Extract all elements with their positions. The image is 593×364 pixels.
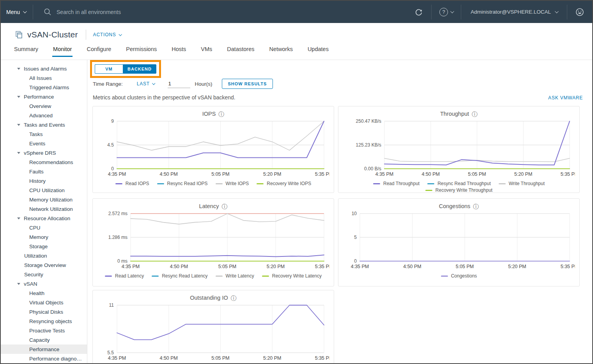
svg-text:5:20 PM: 5:20 PM: [514, 171, 533, 177]
hours-input[interactable]: [168, 80, 190, 88]
tab-monitor[interactable]: Monitor: [52, 44, 73, 57]
legend-item-read-iops[interactable]: Read IOPS: [115, 181, 149, 186]
sidebar-item-faults[interactable]: Faults: [1, 167, 87, 176]
svg-text:5: 5: [354, 235, 357, 240]
sidebar-item-label: vSAN: [24, 281, 37, 287]
sidebar-item-issues-and-alarms[interactable]: Issues and Alarms: [1, 64, 87, 73]
sidebar-item-all-issues[interactable]: All Issues: [1, 73, 87, 83]
legend-label: Resync Read IOPS: [167, 181, 208, 186]
tab-hosts[interactable]: Hosts: [171, 44, 187, 57]
sidebar-item-virtual-objects[interactable]: Virtual Objects: [1, 298, 87, 307]
time-range-last-dropdown[interactable]: LAST: [137, 81, 154, 87]
sidebar-item-vsan[interactable]: vSAN: [1, 279, 87, 288]
sidebar-item-resource-allocation[interactable]: Resource Allocation: [1, 214, 87, 223]
feedback-button[interactable]: [567, 7, 592, 17]
sidebar-item-security[interactable]: Security: [1, 270, 87, 279]
vm-toggle-button[interactable]: VM: [95, 64, 123, 74]
sidebar-item-utilization[interactable]: Utilization: [1, 251, 87, 260]
legend-item-read-latency[interactable]: Read Latency: [105, 273, 144, 279]
caret-down-icon[interactable]: [17, 124, 20, 126]
sidebar-item-cpu[interactable]: CPU: [1, 223, 87, 232]
caret-down-icon[interactable]: [17, 283, 20, 285]
sidebar-item-health[interactable]: Health: [1, 288, 87, 298]
page-title: vSAN-Cluster: [27, 30, 78, 39]
sidebar-item-tasks-and-events[interactable]: Tasks and Events: [1, 120, 87, 129]
caret-down-icon[interactable]: [17, 68, 20, 70]
legend-item-resync-read-iops[interactable]: Resync Read IOPS: [157, 181, 208, 186]
legend-swatch: [425, 190, 432, 191]
sidebar-item-recommendations[interactable]: Recommendations: [1, 157, 87, 167]
legend-item-read-throughput[interactable]: Read Throughput: [373, 181, 420, 186]
search-input[interactable]: [57, 9, 181, 15]
sidebar-item-label: Performance: [24, 94, 54, 100]
svg-text:0: 0: [111, 166, 114, 171]
sidebar-item-label: Tasks and Events: [24, 122, 65, 128]
sidebar-item-network-utilization[interactable]: Network Utilization: [1, 204, 87, 214]
legend-item-write-latency[interactable]: Write Latency: [216, 273, 254, 279]
sidebar-item-performance[interactable]: Performance: [1, 345, 87, 354]
info-icon[interactable]: ⓘ: [472, 111, 478, 117]
caret-down-icon[interactable]: [17, 152, 20, 154]
chart-legend: Read IOPSResync Read IOPSWrite IOPSRecov…: [96, 181, 330, 186]
legend-item-write-throughput[interactable]: Write Throughput: [499, 181, 545, 186]
legend-item-recovery-write-iops[interactable]: Recovery Write IOPS: [257, 181, 311, 186]
title-divider: [86, 30, 86, 40]
caret-down-icon[interactable]: [17, 96, 20, 98]
legend-item-write-iops[interactable]: Write IOPS: [216, 181, 249, 186]
refresh-button[interactable]: [406, 7, 431, 17]
sidebar-item-storage[interactable]: Storage: [1, 242, 87, 251]
tab-datastores[interactable]: Datastores: [226, 44, 255, 57]
tab-updates[interactable]: Updates: [307, 44, 329, 57]
sidebar-item-performance[interactable]: Performance: [1, 92, 87, 101]
sidebar-item-resyncing-objects[interactable]: Resyncing objects: [1, 316, 87, 326]
sidebar-item-label: All Issues: [29, 75, 52, 81]
sidebar-item-proactive-tests[interactable]: Proactive Tests: [1, 326, 87, 335]
svg-text:4:50 PM: 4:50 PM: [403, 264, 421, 269]
tab-permissions[interactable]: Permissions: [125, 44, 158, 57]
chevron-down-icon: [555, 9, 559, 13]
legend-item-recovery-write-throughput[interactable]: Recovery Write Throughput: [425, 187, 492, 193]
legend-item-congestions[interactable]: Congestions: [441, 273, 477, 279]
menu-button[interactable]: Menu: [1, 1, 33, 23]
info-icon[interactable]: ⓘ: [231, 295, 237, 301]
sidebar-item-triggered-alarms[interactable]: Triggered Alarms: [1, 83, 87, 92]
info-icon[interactable]: ⓘ: [221, 203, 227, 209]
description-row: Metrics about clusters in the perspectiv…: [93, 94, 583, 101]
show-results-button[interactable]: SHOW RESULTS: [222, 79, 273, 89]
legend-item-recovery-write-latency[interactable]: Recovery Write Latency: [262, 273, 322, 279]
sidebar-item-vsphere-drs[interactable]: vSphere DRS: [1, 148, 87, 157]
info-icon[interactable]: ⓘ: [218, 111, 224, 117]
sidebar-item-performance-diagno[interactable]: Performance diagno…: [1, 354, 87, 363]
ask-vmware-link[interactable]: ASK VMWARE: [548, 95, 583, 101]
sidebar-item-memory-utilization[interactable]: Memory Utilization: [1, 195, 87, 204]
help-menu-button[interactable]: ?: [432, 8, 461, 16]
sidebar-item-label: Triggered Alarms: [29, 85, 69, 90]
sidebar-item-cpu-utilization[interactable]: CPU Utilization: [1, 186, 87, 195]
sidebar-item-overview[interactable]: Overview: [1, 101, 87, 111]
legend-item-resync-read-throughput[interactable]: Resync Read Throughput: [427, 181, 491, 186]
legend-swatch: [152, 276, 159, 277]
sidebar-item-capacity[interactable]: Capacity: [1, 335, 87, 345]
chevron-down-icon: [450, 9, 454, 13]
legend-item-resync-read-latency[interactable]: Resync Read Latency: [152, 273, 207, 279]
legend-label: Write Latency: [226, 273, 254, 279]
sidebar-item-memory[interactable]: Memory: [1, 232, 87, 242]
sidebar-item-tasks[interactable]: Tasks: [1, 129, 87, 139]
sidebar-item-storage-overview[interactable]: Storage Overview: [1, 260, 87, 270]
tab-networks[interactable]: Networks: [268, 44, 293, 57]
svg-text:0: 0: [354, 258, 357, 264]
tab-vms[interactable]: VMs: [200, 44, 213, 57]
sidebar-item-advanced[interactable]: Advanced: [1, 111, 87, 120]
tab-configure[interactable]: Configure: [86, 44, 112, 57]
sidebar-item-events[interactable]: Events: [1, 139, 87, 148]
sidebar-item-history[interactable]: History: [1, 176, 87, 186]
tab-summary[interactable]: Summary: [13, 44, 39, 57]
sidebar-item-physical-disks[interactable]: Physical Disks: [1, 307, 87, 316]
info-icon[interactable]: ⓘ: [473, 203, 479, 209]
backend-toggle-button[interactable]: BACKEND: [123, 64, 156, 74]
account-menu-button[interactable]: Administrator@VSPHERE.LOCAL: [461, 9, 567, 15]
caret-down-icon[interactable]: [17, 217, 20, 219]
actions-button[interactable]: ACTIONS: [93, 32, 121, 37]
cluster-icon: [15, 30, 23, 39]
svg-text:5:05 PM: 5:05 PM: [218, 264, 237, 269]
